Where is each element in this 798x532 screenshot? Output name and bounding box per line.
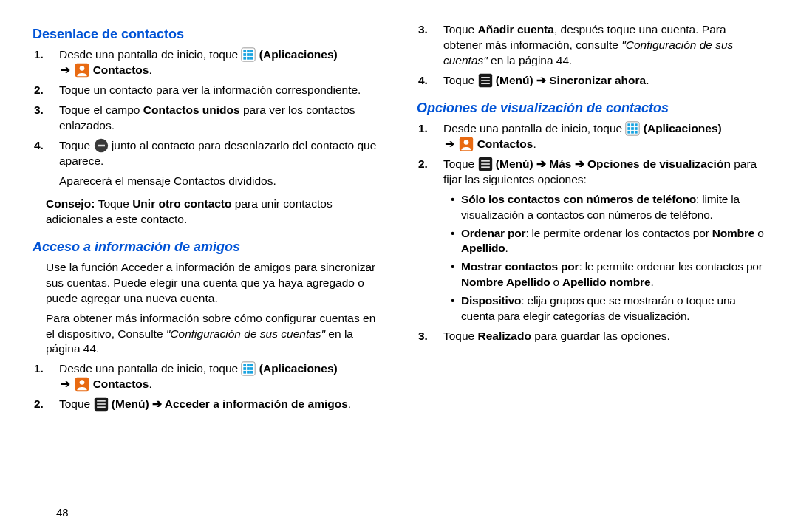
menu-icon: [478, 157, 493, 171]
step-a2: 2. Toque (Menú) ➔ Acceder a información …: [59, 397, 381, 412]
bullet-2: Ordenar por: le permite ordenar los cont…: [461, 226, 765, 257]
para-acceso-2: Para obtener más información sobre cómo …: [33, 311, 381, 358]
heading-acceso: Acceso a información de amigos: [33, 238, 381, 256]
unlink-icon: [94, 138, 109, 153]
step-o3: 3. Toque Realizado para guardar las opci…: [443, 329, 765, 344]
step-4: 4. Toque junto al contacto para desenlaz…: [59, 138, 381, 189]
heading-desenlace: Desenlace de contactos: [33, 25, 381, 43]
step-o1: 1. Desde una pantalla de inicio, toque (…: [443, 121, 765, 152]
step-a1: 1. Desde una pantalla de inicio, toque (…: [59, 361, 381, 392]
manual-page: Desenlace de contactos 1. Desde una pant…: [0, 0, 798, 532]
para-acceso-1: Use la función Acceder a información de …: [33, 260, 381, 307]
right-column: 3. Toque Añadir cuenta, después toque un…: [399, 18, 765, 520]
bullet-3: Mostrar contactos por: le permite ordena…: [461, 259, 765, 290]
step-3: 3. Toque el campo Contactos unidos para …: [59, 103, 381, 134]
apps-icon: [241, 47, 256, 62]
step-r4: 4. Toque (Menú) ➔ Sincronizar ahora.: [443, 73, 765, 89]
tip-block: Consejo: Toque Unir otro contacto para u…: [33, 197, 381, 228]
menu-icon: [94, 397, 109, 412]
step-2: 2. Toque un contacto para ver la informa…: [59, 83, 381, 98]
step-4-msg: Aparecerá el mensaje Contactos divididos…: [59, 174, 381, 189]
heading-opciones: Opciones de visualización de contactos: [417, 99, 765, 117]
step-1: 1. Desde una pantalla de inicio, toque (…: [59, 47, 381, 78]
bullet-4: Dispositivo: elija grupos que se mostrar…: [461, 293, 765, 324]
left-column: Desenlace de contactos 1. Desde una pant…: [33, 18, 399, 520]
bullet-1: Sólo los contactos con números de teléfo…: [461, 192, 765, 223]
apps-icon: [241, 361, 256, 376]
menu-icon: [478, 73, 493, 88]
step-o2: 2. Toque (Menú) ➔ Más ➔ Opciones de visu…: [443, 157, 765, 188]
contacts-icon: [459, 137, 474, 151]
contacts-icon: [75, 377, 89, 392]
step-r3: 3. Toque Añadir cuenta, después toque un…: [443, 22, 765, 69]
page-number: 48: [56, 506, 69, 519]
contacts-icon: [75, 63, 89, 78]
apps-icon: [625, 121, 640, 136]
